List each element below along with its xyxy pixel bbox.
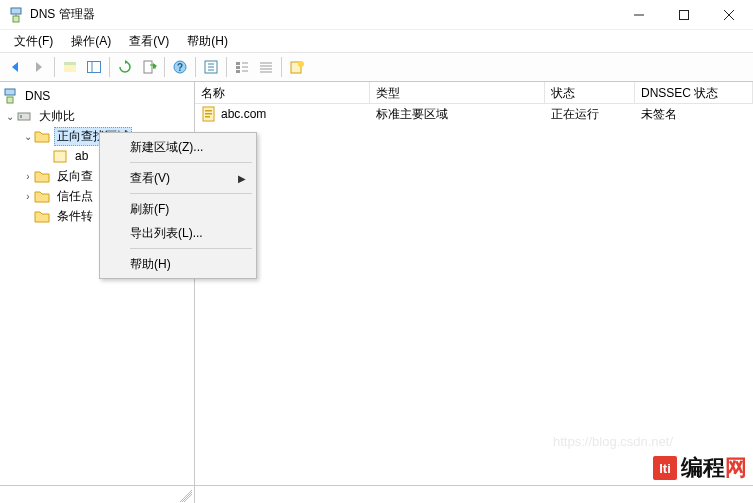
back-button[interactable] — [4, 56, 26, 78]
toolbar-separator — [109, 57, 110, 77]
server-icon — [16, 108, 32, 124]
app-icon — [8, 7, 24, 23]
toolbar-separator — [226, 57, 227, 77]
splitter-handle[interactable] — [0, 486, 195, 503]
svg-rect-1 — [13, 16, 19, 22]
tree-label: 信任点 — [54, 187, 96, 206]
svg-rect-37 — [205, 113, 212, 115]
svg-rect-32 — [18, 113, 30, 120]
minimize-button[interactable] — [616, 0, 661, 29]
svg-rect-36 — [205, 110, 212, 112]
context-menu: 新建区域(Z)... 查看(V)▶ 刷新(F) 导出列表(L)... 帮助(H) — [99, 132, 257, 279]
col-dnssec[interactable]: DNSSEC 状态 — [635, 82, 753, 103]
list-row[interactable]: abc.com 标准主要区域 正在运行 未签名 — [195, 104, 753, 124]
tree-label: 反向查 — [54, 167, 96, 186]
svg-rect-20 — [236, 70, 240, 73]
menu-action[interactable]: 操作(A) — [63, 31, 119, 52]
window-controls — [616, 0, 751, 29]
menu-file[interactable]: 文件(F) — [6, 31, 61, 52]
watermark-text: 编程网 — [681, 453, 747, 483]
toolbar-separator — [281, 57, 282, 77]
folder-icon — [34, 189, 50, 203]
svg-rect-9 — [88, 62, 101, 73]
svg-rect-33 — [20, 115, 22, 118]
ctx-separator — [130, 162, 252, 163]
new-zone-button[interactable] — [286, 56, 308, 78]
menu-help[interactable]: 帮助(H) — [179, 31, 236, 52]
expander-icon[interactable]: › — [22, 190, 34, 202]
zone-file-icon — [201, 106, 217, 122]
folder-icon — [34, 129, 50, 143]
help-button[interactable]: ? — [169, 56, 191, 78]
expander-icon[interactable]: ⌄ — [22, 130, 34, 142]
expander-icon[interactable]: › — [22, 170, 34, 182]
submenu-arrow-icon: ▶ — [238, 173, 246, 184]
svg-point-29 — [298, 61, 304, 67]
svg-rect-8 — [64, 62, 76, 65]
ctx-label: 新建区域(Z)... — [130, 139, 203, 156]
col-type[interactable]: 类型 — [370, 82, 545, 103]
svg-rect-4 — [679, 10, 688, 19]
tree-label: 大帅比 — [36, 107, 78, 126]
refresh-button[interactable] — [114, 56, 136, 78]
tree-label: ab — [72, 148, 91, 164]
ctx-label: 帮助(H) — [130, 256, 171, 273]
svg-rect-19 — [236, 66, 240, 69]
toolbar-separator — [195, 57, 196, 77]
cell-name: abc.com — [195, 106, 370, 122]
ctx-separator — [130, 193, 252, 194]
filter-button[interactable] — [200, 56, 222, 78]
svg-rect-30 — [5, 89, 15, 95]
list-header: 名称 类型 状态 DNSSEC 状态 — [195, 82, 753, 104]
folder-icon — [34, 169, 50, 183]
show-hide-tree-button[interactable] — [83, 56, 105, 78]
menu-view[interactable]: 查看(V) — [121, 31, 177, 52]
menu-bar: 文件(F) 操作(A) 查看(V) 帮助(H) — [0, 30, 753, 52]
new-window-button[interactable] — [59, 56, 81, 78]
dns-root-icon — [2, 88, 18, 104]
ctx-label: 查看(V) — [130, 170, 170, 187]
watermark-text-red: 网 — [725, 455, 747, 480]
watermark-logo: Iti — [653, 456, 677, 480]
col-name[interactable]: 名称 — [195, 82, 370, 103]
ctx-refresh[interactable]: 刷新(F) — [102, 197, 254, 221]
maximize-button[interactable] — [661, 0, 706, 29]
cell-type: 标准主要区域 — [370, 106, 545, 123]
col-status[interactable]: 状态 — [545, 82, 635, 103]
watermark: Iti 编程网 — [653, 453, 747, 483]
ctx-view[interactable]: 查看(V)▶ — [102, 166, 254, 190]
list-detail-button[interactable] — [255, 56, 277, 78]
toolbar-separator — [164, 57, 165, 77]
ctx-separator — [130, 248, 252, 249]
ctx-help[interactable]: 帮助(H) — [102, 252, 254, 276]
toolbar-separator — [54, 57, 55, 77]
ctx-label: 刷新(F) — [130, 201, 169, 218]
cell-name-text: abc.com — [221, 107, 266, 121]
toolbar: ? — [0, 52, 753, 82]
window-title: DNS 管理器 — [30, 6, 616, 23]
cell-dnssec: 未签名 — [635, 106, 753, 123]
tree-root-dns[interactable]: DNS — [0, 86, 194, 106]
svg-rect-0 — [11, 8, 21, 14]
svg-rect-34 — [54, 151, 66, 162]
export-button[interactable] — [138, 56, 160, 78]
grip-icon — [180, 488, 192, 502]
expander-icon[interactable]: ⌄ — [4, 110, 16, 122]
svg-text:?: ? — [177, 62, 183, 73]
tree-server[interactable]: ⌄ 大帅比 — [0, 106, 194, 126]
svg-rect-18 — [236, 62, 240, 65]
folder-icon — [34, 209, 50, 223]
svg-rect-38 — [205, 116, 210, 118]
faint-watermark: https://blog.csdn.net/ — [553, 434, 673, 449]
ctx-export-list[interactable]: 导出列表(L)... — [102, 221, 254, 245]
list-large-button[interactable] — [231, 56, 253, 78]
ctx-new-zone[interactable]: 新建区域(Z)... — [102, 135, 254, 159]
svg-rect-31 — [7, 97, 13, 103]
forward-button[interactable] — [28, 56, 50, 78]
title-bar: DNS 管理器 — [0, 0, 753, 30]
watermark-text-black: 编程 — [681, 455, 725, 480]
tree-label: DNS — [22, 88, 53, 104]
close-button[interactable] — [706, 0, 751, 29]
cell-status: 正在运行 — [545, 106, 635, 123]
status-bar — [0, 485, 753, 503]
